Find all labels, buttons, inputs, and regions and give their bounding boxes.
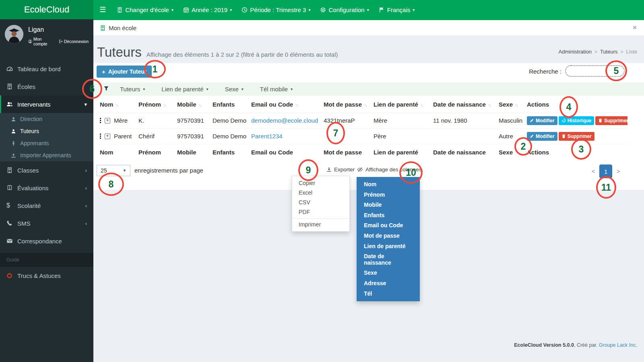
building-icon	[6, 167, 17, 173]
footer-note: EcoleCloud Version 5.0.0, Créé par. Grou…	[514, 342, 637, 348]
column-header-mot-de-passe[interactable]: Mot de passe↑↓	[320, 97, 370, 113]
sidebar-item-tuteurs[interactable]: Tuteurs	[0, 125, 93, 137]
pagination-next[interactable]: >	[617, 168, 620, 175]
export-button[interactable]: Exporter	[326, 167, 355, 173]
sidebar-item-apprenants[interactable]: Apprenants	[0, 137, 93, 149]
sidebar-section-guide: Guide	[0, 253, 93, 267]
column-footer-prenom: Prénom	[135, 144, 174, 160]
expand-row-icon[interactable]: +	[105, 118, 110, 123]
trash-icon	[561, 134, 566, 138]
filter-icon	[103, 86, 109, 91]
drag-handle-icon[interactable]	[100, 118, 101, 123]
sidebar-item-classes[interactable]: Classes‹	[0, 161, 93, 179]
historique-button[interactable]: Historique	[559, 116, 594, 125]
sort-icon[interactable]: ↑↓	[515, 103, 518, 107]
close-icon[interactable]: ×	[630, 24, 640, 32]
nav-configuration[interactable]: Configuration▾	[315, 0, 374, 19]
drag-handle-icon[interactable]	[100, 134, 101, 139]
sidebar-toggle-hamburger-icon[interactable]: ☰	[93, 0, 112, 19]
add-tuteur-button[interactable]: + Ajouter Tuteur	[97, 66, 152, 78]
column-header-lien-de-parente[interactable]: Lien de parenté↑↓	[370, 97, 430, 113]
pagination-previous[interactable]: <	[592, 168, 595, 175]
sort-icon[interactable]: ↑↓	[163, 103, 166, 107]
sidebar-item-ecoles[interactable]: Écoles	[0, 78, 93, 95]
clock-icon	[242, 7, 248, 13]
filter-tuteurs[interactable]: Tuteurs▾	[120, 86, 145, 93]
sidebar-item-intervenants[interactable]: Intervenants▾	[0, 95, 93, 113]
sort-icon[interactable]: ↑↓	[420, 103, 423, 107]
column-visibility-button[interactable]: Affichage des colonnes	[357, 167, 421, 173]
colvis-option-email-ou-code[interactable]: Email ou Code	[357, 220, 420, 231]
modifier-button[interactable]: Modifier	[527, 132, 557, 141]
pagination-page-1[interactable]: 1	[599, 165, 612, 178]
export-option-excel[interactable]: Excel	[292, 188, 349, 197]
sort-icon[interactable]: ↑↓	[198, 103, 201, 107]
email-or-code-link[interactable]: Parent1234	[251, 133, 283, 140]
export-option-copier[interactable]: Copier	[292, 178, 349, 188]
nav-annee-2019[interactable]: Année : 2019▾	[178, 0, 237, 19]
supprimer-button[interactable]: Supprimer	[595, 116, 627, 125]
sidebar-item-scolarite[interactable]: $Scolarité‹	[0, 197, 93, 214]
column-header-prenom[interactable]: Prénom↑↓	[135, 97, 174, 113]
sort-icon[interactable]: ↑↓	[364, 103, 367, 107]
sort-icon[interactable]: ↑↓	[295, 103, 298, 107]
sidebar-item-tableau-de-bord[interactable]: Tableau de bord	[0, 60, 93, 78]
table-panel: + Ajouter Tuteur Recherche : Tuteurs▾Lie…	[93, 63, 644, 190]
brand-logo[interactable]: EcoleCloud	[0, 0, 93, 19]
modifier-button[interactable]: Modifier	[527, 116, 557, 125]
logout-link[interactable]: Déconnexion	[59, 37, 89, 46]
column-header-mobile[interactable]: Mobile↑↓	[174, 97, 209, 113]
colvis-option-mobile[interactable]: Mobile	[357, 200, 420, 210]
column-header-sexe[interactable]: Sexe↑↓	[495, 97, 524, 113]
red-ring-icon	[6, 273, 17, 279]
sidebar-item-trucs-astuces[interactable]: Trucs & Astuces	[0, 267, 93, 284]
column-header-date-de-naissance[interactable]: Date de naissance↑↓	[430, 97, 495, 113]
sidebar-item-direction[interactable]: Direction	[0, 113, 93, 125]
table-header-row: Nom↑↓Prénom↑↓Mobile↑↓EnfantsEmail ou Cod…	[97, 97, 627, 113]
supprimer-button[interactable]: Supprimer	[559, 132, 594, 141]
sidebar-item-importer-apprenants[interactable]: Importer Apprenants	[0, 149, 93, 161]
company-link[interactable]: Groupe Lack Inc.	[599, 342, 637, 348]
my-account-link[interactable]: Mon compte	[28, 37, 54, 46]
colvis-option-nom[interactable]: Nom	[357, 179, 420, 190]
colvis-option-adresse[interactable]: Adresse	[357, 278, 420, 289]
colvis-option-tel[interactable]: Tél	[357, 289, 420, 299]
colvis-option-prenom[interactable]: Prénom	[357, 190, 420, 200]
export-option-pdf[interactable]: PDF	[292, 207, 349, 217]
expand-row-icon[interactable]: +	[105, 134, 110, 139]
sort-icon[interactable]: ↑↓	[115, 103, 118, 107]
filter-lien-de-parente[interactable]: Lien de parenté▾	[161, 86, 208, 93]
nav-periode-trimestre-3[interactable]: Période : Trimestre 3▾	[237, 0, 315, 19]
export-option-imprimer[interactable]: Imprimer	[292, 218, 349, 229]
main-content: Mon école × Tuteurs Affichage des élémen…	[93, 19, 644, 362]
page-length-select[interactable]: 25 ▼	[97, 165, 130, 176]
breadcrumb-administration[interactable]: Administration	[559, 49, 592, 55]
column-header-nom[interactable]: Nom↑↓	[97, 97, 135, 113]
nav-francais[interactable]: Français▾	[374, 0, 420, 19]
email-or-code-link[interactable]: demodemo@ecole.cloud	[251, 117, 318, 124]
tab-mon-ecole[interactable]: Mon école	[97, 25, 139, 31]
colvis-option-enfants[interactable]: Enfants	[357, 210, 420, 221]
caret-down-icon: ▾	[171, 8, 173, 12]
sort-icon[interactable]: ↑↓	[488, 103, 491, 107]
colvis-option-lien-de-parente[interactable]: Lien de parenté	[357, 241, 420, 252]
content-header: Tuteurs Affichage des éléments 1 à 2 sur…	[93, 36, 644, 63]
upload-icon	[11, 153, 20, 158]
search-input[interactable]	[565, 65, 625, 77]
sidebar-item-correspondance[interactable]: Correspondance	[0, 232, 93, 250]
filter-tel-mobile[interactable]: Tél mobile▾	[260, 86, 293, 93]
filter-sexe[interactable]: Sexe▾	[225, 86, 244, 93]
colvis-option-sexe[interactable]: Sexe	[357, 268, 420, 278]
chevron-left-icon: ‹	[85, 220, 87, 226]
colvis-option-mot-de-passe[interactable]: Mot de passe	[357, 231, 420, 241]
sidebar-item-evaluations[interactable]: Évaluations‹	[0, 179, 93, 197]
column-header-email-ou-code[interactable]: Email ou Code↑↓	[248, 97, 320, 113]
breadcrumb-tuteurs[interactable]: Tuteurs	[600, 49, 618, 55]
colvis-option-date-de-naissance[interactable]: Date de naissance	[357, 251, 420, 268]
sidebar-item-sms[interactable]: SMS‹	[0, 214, 93, 232]
export-dropdown-menu: CopierExcelCSVPDFImprimer	[292, 176, 350, 232]
caret-down-icon: ▾	[291, 87, 293, 91]
export-option-csv[interactable]: CSV	[292, 197, 349, 207]
caret-down-icon: ▾	[242, 87, 244, 91]
nav-changer-d-ecole[interactable]: Changer d'école▾	[112, 0, 178, 19]
